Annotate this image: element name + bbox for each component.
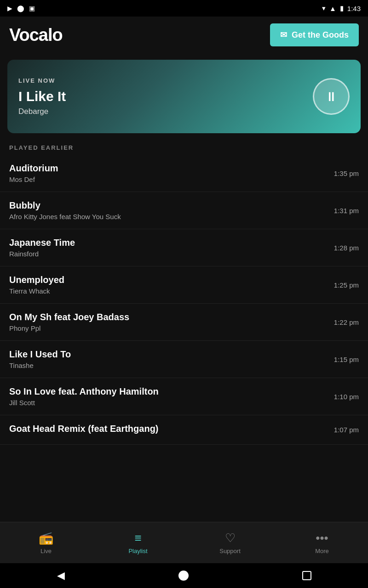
track-time: 1:07 pm: [334, 426, 359, 434]
track-info: Like I Used To Tinashe: [9, 349, 328, 369]
track-item[interactable]: Like I Used To Tinashe 1:15 pm: [0, 341, 368, 378]
get-goods-button[interactable]: ✉ Get the Goods: [270, 23, 359, 46]
nav-item-support[interactable]: ♡ Support: [184, 531, 276, 554]
track-title: Auditorium: [9, 163, 328, 174]
track-item[interactable]: So In Love feat. Anthony Hamilton Jill S…: [0, 378, 368, 415]
played-earlier-label: PLAYED EARLIER: [0, 140, 368, 155]
track-time: 1:28 pm: [334, 244, 359, 252]
track-time: 1:25 pm: [334, 281, 359, 289]
play-icon: ▶: [7, 5, 12, 12]
back-button[interactable]: ◀: [57, 570, 65, 582]
status-bar: ▶ ⬤ ▣ ▾ ▲ ▮ 1:43: [0, 0, 368, 17]
track-info: Unemployed Tierra Whack: [9, 275, 328, 295]
playlist-icon: ≡: [134, 531, 141, 545]
track-artist: Phony Ppl: [9, 324, 328, 332]
live-now-card: LIVE NOW I Like It Debarge ⏸: [7, 60, 361, 133]
track-info: On My Sh feat Joey Badass Phony Ppl: [9, 312, 328, 332]
more-icon: •••: [316, 531, 328, 545]
time-display: 1:43: [347, 5, 361, 12]
track-title: Goat Head Remix (feat Earthgang): [9, 424, 328, 434]
signal-bars-icon: ▲: [329, 5, 336, 12]
circle-icon: ⬤: [17, 5, 24, 12]
battery-icon: ▮: [340, 4, 344, 12]
track-title: Japanese Time: [9, 237, 328, 248]
track-artist: Afro Kitty Jones feat Show You Suck: [9, 213, 328, 220]
track-list: Auditorium Mos Def 1:35 pm Bubbly Afro K…: [0, 155, 368, 522]
track-title: Unemployed: [9, 275, 328, 285]
recents-button[interactable]: [302, 571, 311, 580]
app-logo: Vocalo: [9, 25, 63, 45]
track-time: 1:10 pm: [334, 393, 359, 401]
track-item[interactable]: Auditorium Mos Def 1:35 pm: [0, 155, 368, 192]
live-track-title: I Like It: [18, 89, 66, 104]
track-artist: Jill Scott: [9, 399, 328, 407]
live-track-artist: Debarge: [18, 107, 66, 116]
track-title: Like I Used To: [9, 349, 328, 360]
track-title: So In Love feat. Anthony Hamilton: [9, 386, 328, 397]
nav-label-more: More: [315, 548, 329, 554]
track-time: 1:15 pm: [334, 356, 359, 363]
track-info: Auditorium Mos Def: [9, 163, 328, 183]
track-time: 1:35 pm: [334, 170, 359, 177]
track-info: Bubbly Afro Kitty Jones feat Show You Su…: [9, 200, 328, 220]
track-item[interactable]: On My Sh feat Joey Badass Phony Ppl 1:22…: [0, 304, 368, 341]
heart-icon: ♡: [225, 531, 236, 545]
track-artist: Tinashe: [9, 362, 328, 369]
app-header: Vocalo ✉ Get the Goods: [0, 17, 368, 53]
pause-button[interactable]: ⏸: [313, 78, 350, 115]
nav-label-playlist: Playlist: [128, 548, 147, 554]
track-title: On My Sh feat Joey Badass: [9, 312, 328, 322]
track-title: Bubbly: [9, 200, 328, 211]
track-info: Goat Head Remix (feat Earthgang): [9, 424, 328, 436]
get-goods-label: Get the Goods: [292, 30, 349, 40]
pause-icon: ⏸: [325, 89, 338, 104]
bottom-navigation: 📻 Live ≡ Playlist ♡ Support ••• More: [0, 522, 368, 563]
track-time: 1:31 pm: [334, 207, 359, 215]
track-item[interactable]: Japanese Time Rainsford 1:28 pm: [0, 229, 368, 266]
wifi-icon: ▾: [322, 4, 326, 12]
signal-icon: ▣: [29, 5, 35, 12]
track-time: 1:22 pm: [334, 318, 359, 326]
nav-label-live: Live: [40, 548, 52, 554]
nav-item-playlist[interactable]: ≡ Playlist: [92, 531, 184, 554]
status-left-icons: ▶ ⬤ ▣: [7, 5, 35, 12]
track-artist: Rainsford: [9, 250, 328, 258]
home-button[interactable]: [178, 571, 189, 581]
track-info: Japanese Time Rainsford: [9, 237, 328, 258]
track-artist: Tierra Whack: [9, 287, 328, 295]
track-info: So In Love feat. Anthony Hamilton Jill S…: [9, 386, 328, 407]
track-item[interactable]: Goat Head Remix (feat Earthgang) 1:07 pm: [0, 415, 368, 445]
track-artist: Mos Def: [9, 175, 328, 183]
nav-item-live[interactable]: 📻 Live: [0, 531, 92, 554]
nav-item-more[interactable]: ••• More: [276, 531, 368, 554]
nav-label-support: Support: [219, 548, 241, 554]
live-now-label: LIVE NOW: [18, 77, 66, 84]
android-navigation: ◀: [0, 563, 368, 588]
track-item[interactable]: Unemployed Tierra Whack 1:25 pm: [0, 266, 368, 304]
status-right-icons: ▾ ▲ ▮ 1:43: [322, 4, 361, 12]
radio-icon: 📻: [39, 531, 53, 545]
email-icon: ✉: [280, 30, 287, 40]
track-item[interactable]: Bubbly Afro Kitty Jones feat Show You Su…: [0, 192, 368, 229]
live-info: LIVE NOW I Like It Debarge: [18, 77, 66, 116]
